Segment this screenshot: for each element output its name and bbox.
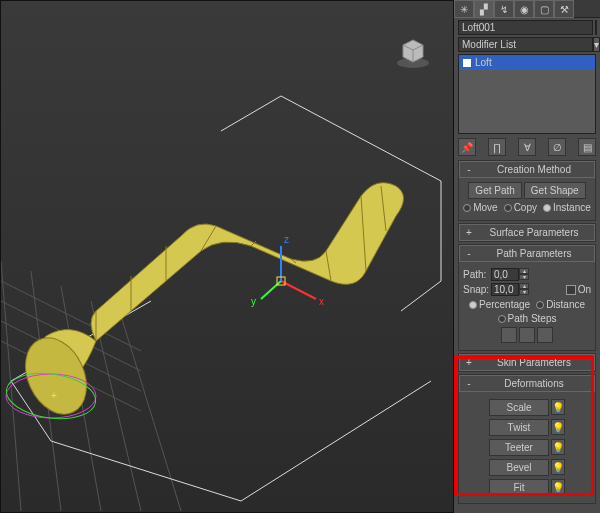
- fit-deform-button[interactable]: Fit: [489, 479, 549, 496]
- radio-copy[interactable]: Copy: [504, 202, 537, 213]
- minus-icon: -: [464, 164, 474, 175]
- plus-icon: +: [464, 357, 474, 368]
- get-shape-button[interactable]: Get Shape: [524, 182, 586, 199]
- tab-motion[interactable]: ◉: [514, 0, 534, 18]
- on-label: On: [578, 284, 591, 295]
- show-end-result-button[interactable]: ∏: [488, 138, 506, 156]
- on-checkbox[interactable]: [566, 285, 576, 295]
- rollup-skin-parameters: + Skin Parameters: [458, 353, 596, 372]
- bevel-toggle-icon[interactable]: 💡: [551, 459, 565, 475]
- tab-utilities[interactable]: ⚒: [554, 0, 574, 18]
- command-panel-tabs: ✳ ▞ ↯ ◉ ▢ ⚒: [454, 0, 600, 18]
- chevron-down-icon[interactable]: ▾: [593, 37, 600, 52]
- expand-icon[interactable]: [463, 59, 471, 67]
- rollup-surface-parameters: + Surface Parameters: [458, 223, 596, 242]
- spinner-down[interactable]: ▾: [519, 274, 529, 280]
- radio-path-steps[interactable]: Path Steps: [498, 313, 557, 324]
- snap-label: Snap:: [463, 284, 489, 295]
- fit-toggle-icon[interactable]: 💡: [551, 479, 565, 495]
- snap-value-input[interactable]: [491, 283, 519, 296]
- configure-sets-button[interactable]: ▤: [578, 138, 596, 156]
- rollup-header-skin[interactable]: + Skin Parameters: [459, 354, 595, 371]
- path-value-input[interactable]: [491, 268, 519, 281]
- pick-shape-button[interactable]: [501, 327, 517, 343]
- scene-geometry: + x y z: [1, 1, 455, 513]
- minus-icon: -: [464, 248, 474, 259]
- minus-icon: -: [464, 378, 474, 389]
- stack-item-loft[interactable]: Loft: [459, 55, 595, 70]
- teeter-deform-button[interactable]: Teeter: [489, 439, 549, 456]
- tab-create[interactable]: ✳: [454, 0, 474, 18]
- svg-line-8: [121, 316, 181, 511]
- prev-shape-button[interactable]: [519, 327, 535, 343]
- rollup-creation-method: - Creation Method Get Path Get Shape Mov…: [458, 160, 596, 221]
- spinner-down[interactable]: ▾: [519, 289, 529, 295]
- radio-distance[interactable]: Distance: [536, 299, 585, 310]
- scale-deform-button[interactable]: Scale: [489, 399, 549, 416]
- tab-display[interactable]: ▢: [534, 0, 554, 18]
- viewport-3d[interactable]: + x y z: [0, 0, 454, 513]
- rollup-header-surface[interactable]: + Surface Parameters: [459, 224, 595, 241]
- tab-modify[interactable]: ▞: [474, 0, 494, 18]
- svg-text:x: x: [319, 296, 324, 307]
- rollup-path-parameters: - Path Parameters Path: ▴▾ Snap: ▴▾ On P…: [458, 244, 596, 351]
- tab-hierarchy[interactable]: ↯: [494, 0, 514, 18]
- bevel-deform-button[interactable]: Bevel: [489, 459, 549, 476]
- path-label: Path:: [463, 269, 489, 280]
- svg-line-24: [261, 281, 281, 299]
- viewcube[interactable]: [393, 31, 433, 71]
- radio-instance[interactable]: Instance: [543, 202, 591, 213]
- teeter-toggle-icon[interactable]: 💡: [551, 439, 565, 455]
- next-shape-button[interactable]: [537, 327, 553, 343]
- modifier-stack[interactable]: Loft: [458, 54, 596, 134]
- svg-text:z: z: [284, 234, 289, 245]
- command-panel: ✳ ▞ ↯ ◉ ▢ ⚒ ▾ Loft 📌 ∏ ∀ ∅ ▤ - Creation …: [454, 0, 600, 513]
- stack-item-label: Loft: [475, 57, 492, 68]
- rollup-deformations: - Deformations Scale💡 Twist💡 Teeter💡 Bev…: [458, 374, 596, 504]
- remove-modifier-button[interactable]: ∅: [548, 138, 566, 156]
- twist-toggle-icon[interactable]: 💡: [551, 419, 565, 435]
- get-path-button[interactable]: Get Path: [468, 182, 521, 199]
- svg-text:+: +: [51, 390, 57, 401]
- radio-percentage[interactable]: Percentage: [469, 299, 530, 310]
- pin-stack-button[interactable]: 📌: [458, 138, 476, 156]
- rollup-header-deformations[interactable]: - Deformations: [459, 375, 595, 392]
- twist-deform-button[interactable]: Twist: [489, 419, 549, 436]
- svg-text:y: y: [251, 296, 256, 307]
- svg-line-22: [281, 281, 316, 299]
- object-name-input[interactable]: [458, 20, 593, 35]
- radio-move[interactable]: Move: [463, 202, 497, 213]
- make-unique-button[interactable]: ∀: [518, 138, 536, 156]
- modifier-list-dropdown[interactable]: [458, 37, 593, 52]
- plus-icon: +: [464, 227, 474, 238]
- scale-toggle-icon[interactable]: 💡: [551, 399, 565, 415]
- rollup-header-creation[interactable]: - Creation Method: [459, 161, 595, 178]
- object-color-swatch[interactable]: [595, 20, 597, 35]
- rollup-header-path[interactable]: - Path Parameters: [459, 245, 595, 262]
